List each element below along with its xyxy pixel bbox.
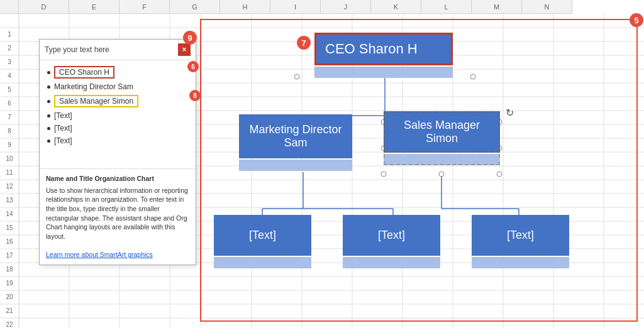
svg-point-77 — [470, 74, 475, 79]
ceo-node[interactable]: CEO Sharon H — [314, 33, 453, 78]
marketing-node-title: Marketing Director Sam — [239, 114, 352, 158]
svg-text:8: 8 — [8, 128, 11, 134]
svg-text:19: 19 — [6, 280, 13, 287]
list-item-sales[interactable]: Sales Manager Simon 8 — [40, 93, 196, 109]
marketing-text: Marketing Director Sam — [54, 82, 133, 91]
text3: [Text] — [54, 136, 72, 145]
badge-9: 9 — [183, 31, 197, 45]
text2: [Text] — [54, 124, 72, 133]
org-chart-area: 5 CEO Sharon H 7 — [200, 19, 638, 322]
col-header-k: K — [371, 0, 421, 14]
svg-text:2: 2 — [8, 45, 11, 52]
svg-text:4: 4 — [8, 72, 11, 79]
text-node-2-subtitle — [343, 257, 440, 268]
bullet-icon — [47, 139, 50, 143]
bullet-icon — [47, 100, 50, 103]
list-item-ceo[interactable]: CEO Sharon H 6 — [40, 64, 196, 80]
text-panel: Type your text here × 9 CEO Sharon H 6 M… — [39, 39, 196, 265]
svg-text:14: 14 — [6, 210, 13, 217]
svg-text:7: 7 — [8, 114, 11, 121]
text-node-2-title: [Text] — [343, 215, 440, 256]
svg-text:13: 13 — [6, 197, 13, 204]
sales-text: Sales Manager Simon — [54, 95, 138, 107]
panel-title: Type your text here — [45, 45, 109, 54]
svg-text:3: 3 — [8, 58, 11, 65]
col-header-e: E — [69, 0, 119, 14]
col-header-j: J — [321, 0, 371, 14]
svg-point-76 — [294, 74, 299, 79]
marketing-node-subtitle — [239, 160, 352, 171]
text-node-3-subtitle — [472, 257, 569, 268]
col-header-n: N — [522, 0, 572, 14]
col-header-blank — [0, 0, 19, 14]
badge-6: 6 — [187, 61, 199, 72]
sales-node-subtitle — [384, 154, 500, 165]
svg-text:18: 18 — [6, 266, 13, 273]
ceo-node-title: CEO Sharon H — [314, 33, 453, 65]
col-header-i: I — [270, 0, 321, 14]
marketing-node[interactable]: Marketing Director Sam — [239, 114, 352, 171]
ceo-text: CEO Sharon H — [54, 66, 114, 79]
col-header-g: G — [170, 0, 220, 14]
panel-description: Name and Title Organization Chart Use to… — [40, 168, 196, 265]
text-node-1-subtitle — [214, 257, 311, 268]
list-item-text2[interactable]: [Text] — [40, 122, 196, 134]
panel-header: Type your text here × 9 — [40, 40, 196, 60]
panel-list: CEO Sharon H 6 Marketing Director Sam Sa… — [40, 60, 196, 151]
svg-point-73 — [381, 172, 386, 177]
col-header-f: F — [119, 0, 170, 14]
text-node-1[interactable]: [Text] — [214, 215, 311, 268]
list-item-text1[interactable]: [Text] — [40, 109, 196, 122]
description-body: Use to show hierarchical information or … — [46, 187, 188, 240]
col-header-d: D — [19, 0, 69, 14]
svg-text:10: 10 — [6, 155, 13, 162]
svg-text:17: 17 — [6, 252, 13, 259]
sales-node[interactable]: Sales Manager Simon — [384, 111, 500, 165]
svg-text:11: 11 — [6, 169, 13, 176]
bullet-icon — [47, 114, 50, 118]
rotate-icon[interactable]: ↻ — [506, 107, 514, 119]
sales-node-title: Sales Manager Simon — [384, 111, 500, 153]
list-item-marketing[interactable]: Marketing Director Sam — [40, 80, 196, 93]
svg-text:21: 21 — [6, 307, 13, 314]
col-header-m: M — [472, 0, 522, 14]
bullet-icon — [47, 71, 50, 74]
svg-text:15: 15 — [6, 224, 13, 231]
list-item-text3[interactable]: [Text] — [40, 134, 196, 147]
text-node-1-title: [Text] — [214, 215, 311, 256]
badge-7: 7 — [297, 36, 311, 50]
svg-text:20: 20 — [6, 293, 13, 300]
svg-text:16: 16 — [6, 238, 13, 245]
svg-point-74 — [439, 172, 444, 177]
text-node-3-title: [Text] — [472, 215, 569, 256]
svg-text:22: 22 — [6, 321, 13, 328]
svg-text:12: 12 — [6, 183, 13, 190]
text-node-3[interactable]: [Text] — [472, 215, 569, 268]
badge-5: 5 — [630, 13, 643, 27]
col-header-l: L — [421, 0, 472, 14]
bullet-icon — [47, 85, 50, 89]
ceo-node-subtitle — [314, 67, 453, 78]
text-node-2[interactable]: [Text] — [343, 215, 440, 268]
svg-text:5: 5 — [8, 86, 11, 93]
description-title: Name and Title Organization Chart — [46, 174, 189, 183]
col-header-h: H — [220, 0, 270, 14]
text1: [Text] — [54, 111, 72, 120]
panel-close-button[interactable]: × — [178, 43, 191, 56]
badge-8: 8 — [189, 90, 201, 101]
svg-text:9: 9 — [8, 141, 11, 148]
bullet-icon — [47, 127, 50, 130]
learn-more-link[interactable]: Learn more about SmartArt graphics — [46, 251, 153, 258]
svg-point-75 — [497, 172, 502, 177]
svg-text:1: 1 — [8, 31, 11, 38]
svg-text:6: 6 — [8, 100, 11, 107]
